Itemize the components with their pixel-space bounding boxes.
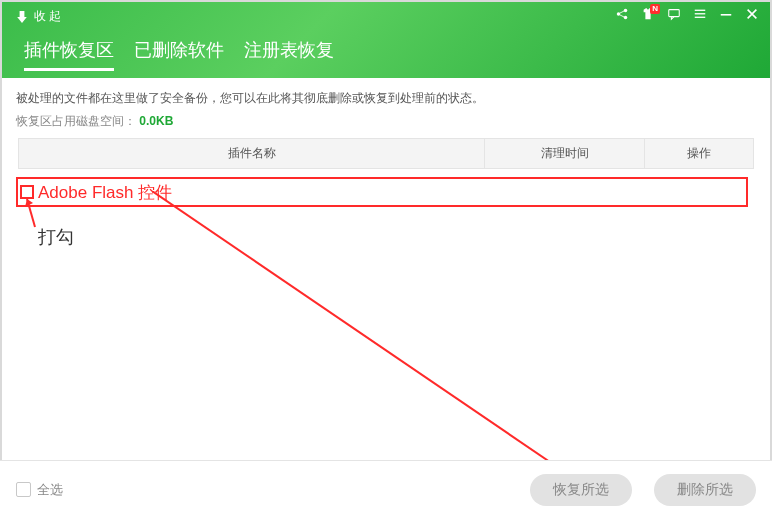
col-header-time: 清理时间 (484, 139, 644, 168)
close-icon[interactable] (744, 6, 760, 22)
svg-line-10 (152, 191, 572, 477)
footer-bar: 全选 恢复所选 删除所选 (0, 460, 772, 518)
delete-selected-button[interactable]: 删除所选 (654, 474, 756, 506)
table-row[interactable]: Adobe Flash 控件 (16, 177, 748, 207)
select-all[interactable]: 全选 (16, 481, 63, 499)
skin-icon[interactable]: N (640, 6, 656, 22)
select-all-label: 全选 (37, 481, 63, 499)
select-all-checkbox[interactable] (16, 482, 31, 497)
disk-usage-line: 恢复区占用磁盘空间： 0.0KB (16, 113, 756, 130)
svg-point-1 (624, 9, 628, 13)
table-header: 插件名称 清理时间 操作 (18, 138, 754, 169)
tab-bar: 插件恢复区 已删除软件 注册表恢复 (24, 38, 334, 71)
notification-badge: N (650, 4, 660, 14)
menu-icon[interactable] (692, 6, 708, 22)
row-checkbox[interactable] (20, 185, 34, 199)
svg-point-2 (624, 16, 628, 20)
list-area: Adobe Flash 控件 打勾 (0, 173, 772, 503)
restore-selected-button[interactable]: 恢复所选 (530, 474, 632, 506)
minimize-icon[interactable] (718, 6, 734, 22)
annotation-label-check: 打勾 (38, 225, 74, 249)
svg-rect-3 (669, 10, 680, 17)
arrow-down-icon (16, 11, 28, 23)
app-header: 收 起 N 插件恢复区 已删除软件 注册表恢复 (0, 0, 772, 78)
feedback-icon[interactable] (666, 6, 682, 22)
svg-rect-7 (721, 14, 732, 16)
collapse-label: 收 起 (34, 8, 61, 25)
share-icon[interactable] (614, 6, 630, 22)
tab-deleted-software[interactable]: 已删除软件 (134, 38, 224, 71)
col-header-name: 插件名称 (19, 139, 484, 168)
annotation-arrow-restore (152, 191, 592, 491)
footer-buttons: 恢复所选 删除所选 (530, 474, 756, 506)
collapse-button[interactable]: 收 起 (16, 8, 61, 25)
tab-plugin-restore[interactable]: 插件恢复区 (24, 38, 114, 71)
svg-rect-5 (695, 13, 706, 14)
window-controls: N (614, 6, 760, 22)
disk-label: 恢复区占用磁盘空间： (16, 114, 136, 128)
row-plugin-name: Adobe Flash 控件 (38, 181, 172, 204)
col-header-action: 操作 (644, 139, 753, 168)
disk-size-value: 0.0KB (139, 114, 173, 128)
info-description: 被处理的文件都在这里做了安全备份，您可以在此将其彻底删除或恢复到处理前的状态。 (16, 90, 756, 107)
svg-rect-4 (695, 10, 706, 11)
info-strip: 被处理的文件都在这里做了安全备份，您可以在此将其彻底删除或恢复到处理前的状态。 … (0, 78, 772, 173)
svg-rect-6 (695, 17, 706, 18)
tab-registry-restore[interactable]: 注册表恢复 (244, 38, 334, 71)
